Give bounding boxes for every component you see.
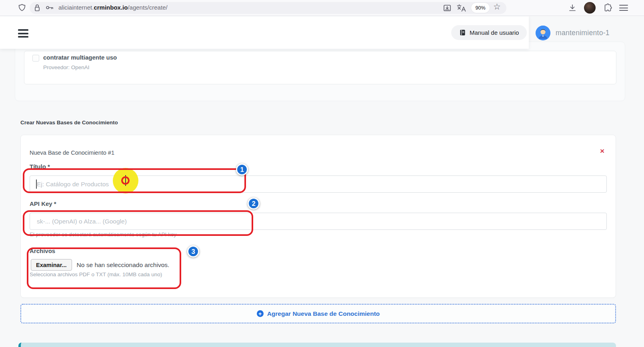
bookmark-star-icon[interactable]: ☆ xyxy=(493,2,501,12)
zoom-level-badge[interactable]: 90% xyxy=(471,3,490,13)
close-icon[interactable]: × xyxy=(600,147,604,155)
sidebar-menu-icon[interactable] xyxy=(18,29,28,40)
user-menu[interactable]: mantenimiento-1 xyxy=(536,26,610,40)
plus-circle-icon: + xyxy=(257,310,264,317)
api-key-input[interactable] xyxy=(30,213,607,230)
add-kb-button[interactable]: + Agregar Nueva Base de Conocimiento xyxy=(20,304,616,323)
browser-menu-icon[interactable] xyxy=(619,5,628,13)
translate-icon[interactable] xyxy=(456,4,467,12)
kb-section-title: Crear Nuevas Bases de Conocimiento xyxy=(20,120,118,126)
user-avatar xyxy=(536,26,550,40)
info-alert-partial xyxy=(18,343,616,347)
shield-icon[interactable] xyxy=(18,3,26,13)
add-kb-button-label: Agregar Nueva Base de Conocimiento xyxy=(267,310,380,317)
browser-profile-avatar[interactable] xyxy=(584,2,596,14)
text-caret xyxy=(36,179,37,189)
url-text[interactable]: aliciainternet.crminbox.io/agents/create… xyxy=(58,4,168,11)
key-icon[interactable] xyxy=(45,4,54,12)
url-prefix: aliciainternet. xyxy=(58,4,94,11)
url-domain: crminbox.io xyxy=(94,4,128,11)
multiagent-provider-text: Proveedor: OpenAI xyxy=(43,64,90,70)
multiagent-checkbox-label[interactable]: contratar multiagente uso xyxy=(43,54,117,61)
manual-usuario-button[interactable]: Manual de usuario xyxy=(451,25,527,40)
book-icon xyxy=(459,29,466,36)
save-to-device-icon[interactable] xyxy=(442,3,452,13)
archivos-helper-text: Selecciona archivos PDF o TXT (máx. 10MB… xyxy=(30,271,162,277)
url-path: /agents/create/ xyxy=(128,4,167,11)
username-label: mantenimiento-1 xyxy=(556,29,610,37)
api-key-helper-text: El proveedor se detectará automáticament… xyxy=(30,231,176,237)
manual-usuario-label: Manual de usuario xyxy=(470,29,519,36)
api-key-label: API Key * xyxy=(30,200,56,207)
titulo-label: Título * xyxy=(30,163,50,170)
downloads-icon[interactable] xyxy=(568,3,577,13)
no-files-text: No se han seleccionado archivos. xyxy=(77,261,170,269)
browser-toolbar: aliciainternet.crminbox.io/agents/create… xyxy=(0,0,644,16)
file-input-row: Examinar... No se han seleccionado archi… xyxy=(31,259,169,271)
extensions-puzzle-icon[interactable] xyxy=(602,3,613,13)
app-header xyxy=(0,16,529,49)
multiagent-checkbox[interactable] xyxy=(32,55,39,62)
titulo-input[interactable] xyxy=(30,175,607,193)
lock-icon[interactable] xyxy=(34,3,41,13)
examinar-button[interactable]: Examinar... xyxy=(31,259,72,271)
archivos-label: Archivos xyxy=(30,247,55,254)
kb-card-title: Nueva Base de Conocimiento #1 xyxy=(30,150,114,156)
